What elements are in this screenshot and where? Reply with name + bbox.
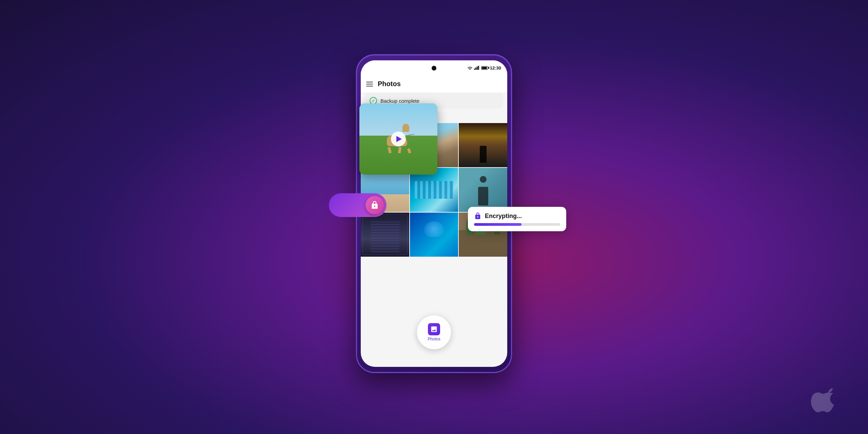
photo-xray[interactable] — [361, 213, 409, 257]
floating-video-card[interactable] — [359, 103, 437, 175]
encrypt-progress-bg — [474, 223, 560, 226]
photo-woman[interactable] — [459, 168, 507, 212]
wifi-icon — [467, 66, 473, 70]
status-time: 12:30 — [490, 65, 501, 71]
lock-icon — [370, 201, 379, 210]
app-title: Photos — [378, 80, 401, 88]
apple-logo — [810, 383, 834, 414]
photo-door[interactable] — [459, 123, 507, 167]
photos-app-icon — [428, 323, 440, 335]
apple-logo-icon — [810, 383, 834, 412]
lock-toggle-circle[interactable] — [366, 196, 384, 214]
encrypt-lock-icon — [474, 212, 481, 220]
play-button[interactable] — [391, 132, 406, 146]
encrypt-progress-fill — [474, 223, 521, 226]
scene: 12:30 Photos Backup complete This month — [0, 0, 868, 434]
backup-status-text: Backup complete — [380, 98, 419, 104]
photos-circle-label-text: Photos — [428, 337, 440, 341]
battery-icon — [481, 66, 488, 70]
image-icon — [430, 326, 438, 333]
battery-fill — [482, 67, 487, 69]
encrypt-header: Encrypting... — [474, 212, 560, 220]
front-camera — [432, 66, 436, 71]
video-play-overlay[interactable] — [359, 103, 437, 175]
menu-button[interactable] — [366, 82, 373, 86]
encrypt-card: Encrypting... — [468, 207, 566, 231]
app-bar: Photos — [361, 75, 507, 93]
encrypt-title-text: Encrypting... — [485, 213, 522, 220]
photos-circle-icon[interactable]: Photos — [417, 315, 451, 349]
lock-toggle-pill[interactable] — [329, 193, 387, 217]
signal-icon — [474, 66, 479, 70]
photo-jellyfish[interactable] — [410, 213, 458, 257]
status-icons — [467, 66, 488, 70]
